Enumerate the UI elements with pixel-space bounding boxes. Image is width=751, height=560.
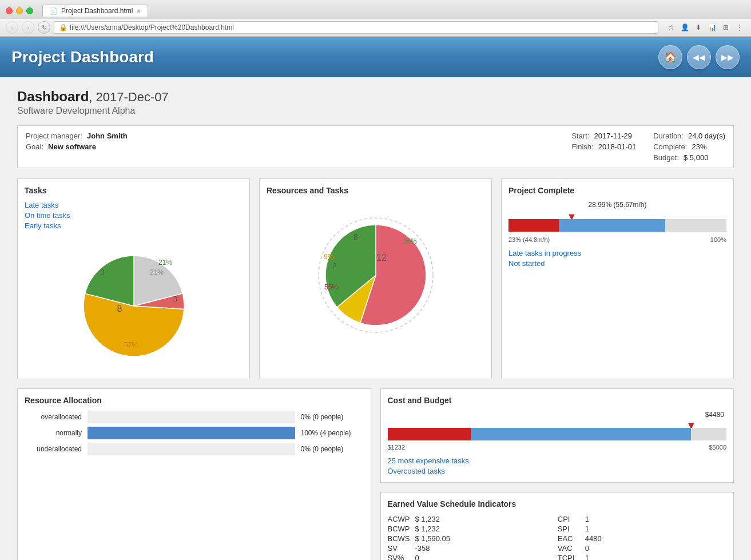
tcpi-row: TCPI 1	[558, 553, 726, 560]
bottom-panels-grid: Resource Allocation overallocated 0% (0 …	[17, 388, 734, 560]
download-icon[interactable]: ⬇	[693, 22, 704, 33]
profile-icon[interactable]: 👤	[679, 22, 690, 33]
cost-bar-area: ▼	[388, 420, 727, 443]
spi-val: 1	[585, 525, 589, 533]
grid-icon[interactable]: ⊞	[720, 22, 732, 33]
extension-icon[interactable]: 📊	[706, 22, 718, 33]
overallocated-label: overallocated	[25, 413, 82, 421]
ev-grid: ACWP $ 1,232 BCWP $ 1,232 BCWS $ 1,590.0…	[388, 514, 727, 560]
resource-allocation-title: Resource Allocation	[25, 396, 364, 405]
top-panels-grid: Tasks Late tasks On time tasks Early tas…	[17, 178, 734, 379]
underallocated-row: underallocated 0% (0 people)	[25, 443, 364, 455]
svg-text:55%: 55%	[324, 283, 337, 291]
forward-button[interactable]: ›	[22, 21, 34, 34]
tab-close-button[interactable]: ✕	[136, 8, 141, 14]
underallocated-bar-wrap	[88, 443, 295, 455]
dashboard-title: Dashboard, 2017-Dec-07	[17, 89, 734, 105]
resources-tasks-panel: Resources and Tasks 122855%9%36%	[259, 178, 492, 379]
bcwp-row: BCWP $ 1,232	[388, 524, 557, 534]
tasks-panel: Tasks Late tasks On time tasks Early tas…	[17, 178, 250, 379]
browser-tab[interactable]: 📄 Project Dashboard.html ✕	[42, 5, 148, 17]
acwp-key: ACWP	[388, 515, 411, 523]
goal-row: Goal: New software	[26, 142, 128, 151]
tcpi-key: TCPI	[558, 554, 581, 560]
tcpi-val: 1	[585, 554, 589, 560]
resource-rows: overallocated 0% (0 people) normally 100…	[25, 411, 364, 455]
on-time-tasks-link[interactable]: On time tasks	[25, 211, 243, 220]
svg-text:9%: 9%	[324, 253, 334, 261]
home-button[interactable]: 🏠	[658, 45, 682, 69]
ev-right-col: CPI 1 SPI 1 EAC 4480 VAC	[558, 514, 726, 560]
maximize-button[interactable]	[26, 7, 33, 14]
finish-row: Finish: 2018-01-01	[571, 142, 636, 151]
overallocated-row: overallocated 0% (0 people)	[25, 411, 364, 423]
dashboard-date: 2017-Dec-07	[96, 90, 169, 104]
duration-value: 24.0 day(s)	[688, 132, 725, 140]
browser-icons: ☆ 👤 ⬇ 📊 ⊞ ⋮	[665, 22, 745, 33]
max-pct-label: 100%	[710, 236, 726, 243]
cost-links: 25 most expensive tasks Overcosted tasks	[388, 456, 727, 475]
underallocated-label: underallocated	[25, 445, 82, 453]
svpct-row: SV% 0	[388, 553, 557, 560]
resources-pie-chart: 122855%9%36%	[310, 206, 442, 344]
start-label: Start:	[571, 132, 589, 140]
late-in-progress-link[interactable]: Late tasks in progress	[508, 249, 726, 257]
info-box: Project manager: John Smith Goal: New so…	[17, 125, 734, 168]
budget-row: Budget: $ 5,000	[653, 153, 725, 162]
svg-text:12: 12	[376, 253, 387, 263]
tab-icon: 📄	[50, 7, 58, 15]
reload-button[interactable]: ↻	[38, 21, 50, 34]
actual-rate: 44.8m/h	[525, 236, 548, 243]
underallocated-pct: 0% (0 people)	[301, 445, 364, 453]
svg-text:21%: 21%	[149, 268, 163, 276]
close-button[interactable]	[6, 7, 13, 14]
vac-val: 0	[585, 544, 589, 553]
expensive-tasks-link[interactable]: 25 most expensive tasks	[388, 456, 727, 465]
project-complete-title: Project Complete	[508, 186, 726, 195]
svg-text:3: 3	[173, 295, 177, 303]
acwp-val: $ 1,232	[415, 515, 440, 523]
overallocated-pct: 0% (0 people)	[301, 413, 364, 421]
svg-text:21%: 21%	[158, 259, 172, 267]
menu-icon[interactable]: ⋮	[734, 22, 745, 33]
forward-nav-button[interactable]: ▶▶	[716, 45, 740, 69]
tasks-title: Tasks	[25, 186, 243, 195]
progress-bar-section: ▼	[508, 211, 726, 234]
address-bar[interactable]: 🔒 file:///Users/anna/Desktop/Project%20D…	[54, 21, 658, 34]
late-tasks-link[interactable]: Late tasks	[25, 201, 243, 209]
complete-label: Complete:	[653, 142, 687, 151]
normally-bar-wrap	[88, 427, 295, 439]
planned-rate: 55.67m/h	[616, 201, 645, 209]
svpct-key: SV%	[388, 554, 411, 560]
cost-marker-label: $4480	[388, 411, 727, 419]
cost-label-left: $1232	[388, 444, 406, 451]
start-row: Start: 2017-11-29	[571, 132, 636, 140]
eac-key: EAC	[558, 534, 581, 543]
not-started-link[interactable]: Not started	[508, 259, 726, 268]
bcwp-key: BCWP	[388, 525, 411, 533]
browser-titlebar: 📄 Project Dashboard.html ✕	[0, 0, 751, 19]
right-bottom-col: Cost and Budget $4480 ▼ $1232 $5000	[380, 388, 734, 560]
project-complete-panel: Project Complete 28.99% (55.67m/h) ▼	[501, 178, 734, 379]
ev-left-col: ACWP $ 1,232 BCWP $ 1,232 BCWS $ 1,590.0…	[388, 514, 557, 560]
acwp-row: ACWP $ 1,232	[388, 514, 557, 524]
cost-bar-section: $4480 ▼ $1232 $5000	[388, 411, 727, 451]
resource-allocation-panel: Resource Allocation overallocated 0% (0 …	[17, 388, 371, 560]
dates-col: Start: 2017-11-29 Finish: 2018-01-01	[571, 132, 636, 162]
svg-text:3: 3	[100, 268, 104, 276]
back-button[interactable]: ‹	[6, 21, 18, 34]
minimize-button[interactable]	[16, 7, 23, 14]
overcosted-tasks-link[interactable]: Overcosted tasks	[388, 467, 727, 475]
tasks-pie-container: 21%3857%321%	[25, 235, 243, 372]
cost-budget-title: Cost and Budget	[388, 396, 727, 405]
dashboard-header: Dashboard, 2017-Dec-07 Software Developm…	[17, 89, 734, 116]
budget-label: Budget:	[653, 153, 679, 162]
cpi-key: CPI	[558, 515, 581, 523]
early-tasks-link[interactable]: Early tasks	[25, 221, 243, 230]
back-nav-button[interactable]: ◀◀	[687, 45, 711, 69]
bookmark-icon[interactable]: ☆	[665, 22, 677, 33]
actual-pct: 23%	[508, 236, 521, 243]
project-manager-row: Project manager: John Smith	[26, 132, 128, 140]
spi-key: SPI	[558, 525, 581, 533]
complete-row: Complete: 23%	[653, 142, 725, 151]
